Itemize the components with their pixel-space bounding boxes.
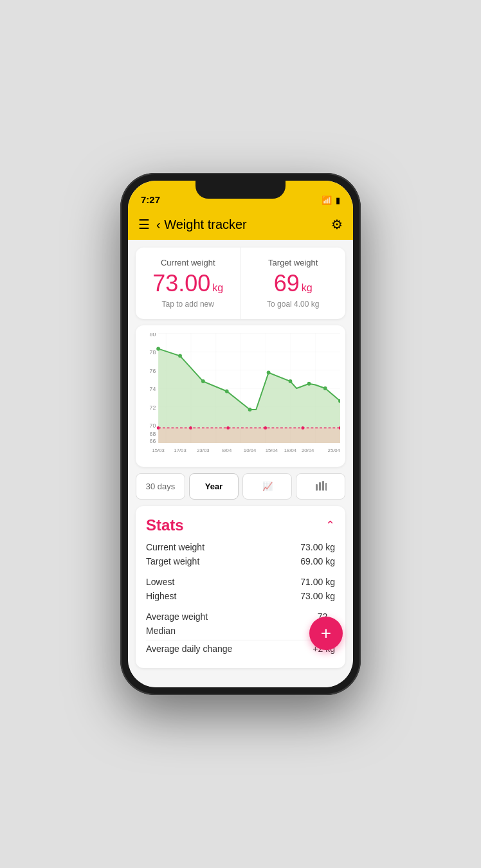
svg-text:70: 70 <box>150 422 156 429</box>
svg-point-33 <box>289 379 293 383</box>
current-weight-number: 73.00 <box>152 270 210 297</box>
svg-rect-38 <box>319 482 321 491</box>
stats-value-target-weight: 69.00 kg <box>300 556 335 566</box>
svg-rect-19 <box>158 428 340 444</box>
current-weight-card[interactable]: Current weight 73.00 kg Tap to add new <box>136 248 241 319</box>
header-title: ‹ Weight tracker <box>156 217 247 232</box>
battery-icon: ▮ <box>336 195 340 205</box>
svg-point-32 <box>267 371 271 375</box>
target-weight-label: Target weight <box>249 258 338 267</box>
chart-svg: 80 78 76 74 72 70 68 66 15/03 17/03 23/0… <box>141 333 340 462</box>
stats-label-median: Median <box>146 626 176 636</box>
period-year-button[interactable]: Year <box>189 473 239 500</box>
svg-text:76: 76 <box>150 368 156 374</box>
stats-row-highest: Highest 73.00 kg <box>146 591 335 601</box>
stats-label-highest: Highest <box>146 591 176 601</box>
svg-text:74: 74 <box>150 386 156 392</box>
current-weight-value-row: 73.00 kg <box>143 270 233 297</box>
stats-row-target-weight: Target weight 69.00 kg <box>146 556 335 566</box>
period-pulse-button[interactable]: 📈 <box>242 473 292 500</box>
notch <box>195 181 286 199</box>
svg-point-24 <box>264 426 267 429</box>
svg-text:80: 80 <box>150 333 156 338</box>
stats-label-lowest: Lowest <box>146 577 174 587</box>
svg-text:8/04: 8/04 <box>222 448 232 453</box>
status-time: 7:27 <box>141 194 160 205</box>
target-weight-subtitle: To goal 4.00 kg <box>249 300 338 309</box>
svg-point-34 <box>307 382 311 386</box>
stats-label-daily-change: Average daily change <box>146 644 232 654</box>
chart-container: 80 78 76 74 72 70 68 66 15/03 17/03 23/0… <box>136 325 345 467</box>
svg-text:15/04: 15/04 <box>266 448 278 453</box>
svg-point-31 <box>248 408 252 411</box>
stats-label-target-weight: Target weight <box>146 556 199 566</box>
header-left: ☰ ‹ Weight tracker <box>138 217 247 232</box>
bar-chart-icon <box>315 483 327 493</box>
svg-point-23 <box>226 426 230 429</box>
svg-text:10/04: 10/04 <box>244 448 257 453</box>
phone-frame: 7:27 📶 ▮ ☰ ‹ Weight tracker ⚙ Current we… <box>120 173 361 695</box>
add-weight-fab[interactable]: + <box>309 617 343 650</box>
svg-point-28 <box>178 354 182 358</box>
svg-point-22 <box>189 426 192 429</box>
svg-point-25 <box>301 426 304 429</box>
svg-text:78: 78 <box>150 349 156 356</box>
stats-label-current-weight: Current weight <box>146 542 204 552</box>
svg-text:23/03: 23/03 <box>197 448 210 453</box>
svg-text:18/04: 18/04 <box>284 448 297 453</box>
wifi-icon: 📶 <box>322 195 332 205</box>
status-icons: 📶 ▮ <box>322 195 340 205</box>
app-header: ☰ ‹ Weight tracker ⚙ <box>128 209 353 240</box>
hamburger-icon[interactable]: ☰ <box>138 217 150 232</box>
stats-row-current-weight: Current weight 73.00 kg <box>146 542 335 552</box>
svg-text:17/03: 17/03 <box>174 448 186 453</box>
stats-header: Stats ⌃ <box>146 516 335 534</box>
gear-icon[interactable]: ⚙ <box>331 217 343 232</box>
target-weight-card[interactable]: Target weight 69 kg To goal 4.00 kg <box>241 248 346 319</box>
svg-point-30 <box>225 390 229 393</box>
stats-row-lowest: Lowest 71.00 kg <box>146 577 335 587</box>
period-buttons: 30 days Year 📈 <box>136 473 345 500</box>
svg-rect-37 <box>316 484 318 491</box>
stats-value-current-weight: 73.00 kg <box>300 542 335 552</box>
svg-rect-40 <box>325 483 327 491</box>
target-weight-value-row: 69 kg <box>249 270 338 297</box>
stats-value-lowest: 71.00 kg <box>300 577 335 587</box>
stats-collapse-icon[interactable]: ⌃ <box>325 518 335 532</box>
svg-text:72: 72 <box>150 404 156 411</box>
pulse-icon: 📈 <box>262 482 273 491</box>
weight-cards: Current weight 73.00 kg Tap to add new T… <box>136 248 345 319</box>
svg-point-21 <box>157 426 160 429</box>
stats-row-median: Median 72... <box>146 626 335 636</box>
stats-label-average: Average weight <box>146 611 208 622</box>
phone-screen: 7:27 📶 ▮ ☰ ‹ Weight tracker ⚙ Current we… <box>128 181 353 687</box>
stats-value-highest: 73.00 kg <box>300 591 335 601</box>
target-weight-number: 69 <box>274 270 300 297</box>
svg-text:15/03: 15/03 <box>152 448 165 453</box>
stats-row-daily-change: Average daily change +2 kg <box>146 644 335 654</box>
stats-title: Stats <box>146 516 184 534</box>
svg-rect-39 <box>322 481 324 491</box>
weight-chart: 80 78 76 74 72 70 68 66 15/03 17/03 23/0… <box>141 333 340 462</box>
svg-text:68: 68 <box>150 431 156 437</box>
target-weight-unit: kg <box>302 282 313 294</box>
svg-text:25/04: 25/04 <box>328 448 340 453</box>
current-weight-unit: kg <box>212 282 223 294</box>
svg-point-35 <box>323 386 327 390</box>
current-weight-label: Current weight <box>143 258 233 267</box>
svg-text:20/04: 20/04 <box>302 448 314 453</box>
period-30days-button[interactable]: 30 days <box>136 473 185 500</box>
period-bar-button[interactable] <box>296 473 345 500</box>
bar-chart-svg <box>315 480 327 491</box>
svg-point-29 <box>201 379 205 383</box>
svg-point-27 <box>156 347 160 350</box>
current-weight-subtitle: Tap to add new <box>143 300 233 309</box>
svg-text:66: 66 <box>150 438 156 444</box>
stats-row-average: Average weight 72... <box>146 611 335 622</box>
